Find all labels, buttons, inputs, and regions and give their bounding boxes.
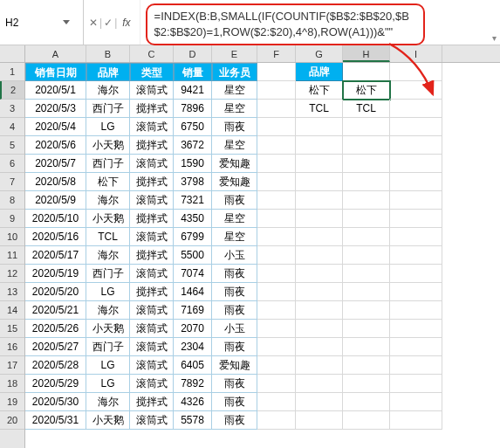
cell-F1[interactable] — [257, 63, 296, 81]
cell-G3[interactable]: TCL — [296, 100, 343, 118]
cell-D11[interactable]: 5500 — [174, 246, 212, 265]
cell-E16[interactable]: 雨夜 — [212, 338, 257, 356]
cell-E15[interactable]: 小玉 — [212, 320, 257, 338]
cell-A1[interactable]: 销售日期 — [25, 63, 86, 81]
cell-F17[interactable] — [257, 356, 296, 375]
cell-D15[interactable]: 2070 — [174, 320, 212, 338]
cell-E9[interactable]: 星空 — [212, 210, 257, 228]
cell-B9[interactable]: 小天鹅 — [86, 210, 130, 228]
cell-H9[interactable] — [343, 210, 390, 228]
cell-I14[interactable] — [390, 301, 442, 320]
row-header-17[interactable]: 17 — [0, 356, 24, 375]
cell-A7[interactable]: 2020/5/8 — [25, 173, 86, 191]
cell-F5[interactable] — [257, 136, 296, 155]
cell-F14[interactable] — [257, 301, 296, 320]
row-header-13[interactable]: 13 — [0, 283, 24, 301]
row-header-12[interactable]: 12 — [0, 265, 24, 283]
formula-input[interactable]: =INDEX(B:B,SMALL(IF(COUNTIF($B$2:$B$20,$… — [146, 3, 425, 45]
cell-G8[interactable] — [296, 191, 343, 210]
cell-E14[interactable]: 雨夜 — [212, 301, 257, 320]
cell-H11[interactable] — [343, 246, 390, 265]
cell-G2[interactable]: 松下 — [296, 81, 343, 100]
cell-C5[interactable]: 搅拌式 — [130, 136, 174, 155]
cell-I10[interactable] — [390, 228, 442, 246]
row-header-7[interactable]: 7 — [0, 173, 24, 191]
cell-A4[interactable]: 2020/5/4 — [25, 118, 86, 136]
cell-H5[interactable] — [343, 136, 390, 155]
cell-I16[interactable] — [390, 338, 442, 356]
row-header-14[interactable]: 14 — [0, 301, 24, 320]
chevron-down-icon[interactable] — [63, 20, 70, 24]
cell-B16[interactable]: 西门子 — [86, 338, 130, 356]
cell-I13[interactable] — [390, 283, 442, 301]
cell-H4[interactable] — [343, 118, 390, 136]
cell-I6[interactable] — [390, 155, 442, 173]
select-all-corner[interactable] — [0, 45, 24, 63]
cell-E17[interactable]: 爱知趣 — [212, 356, 257, 375]
row-header-2[interactable]: 2 — [0, 81, 24, 100]
cell-H2[interactable]: 松下 — [343, 81, 390, 100]
cell-I1[interactable] — [390, 63, 442, 81]
cell-I7[interactable] — [390, 173, 442, 191]
cell-I15[interactable] — [390, 320, 442, 338]
cell-B10[interactable]: TCL — [86, 228, 130, 246]
cell-E5[interactable]: 星空 — [212, 136, 257, 155]
cell-G5[interactable] — [296, 136, 343, 155]
cell-G15[interactable] — [296, 320, 343, 338]
cell-I3[interactable] — [390, 100, 442, 118]
cell-F12[interactable] — [257, 265, 296, 283]
cell-D7[interactable]: 3798 — [174, 173, 212, 191]
cell-E13[interactable]: 雨夜 — [212, 283, 257, 301]
cell-E11[interactable]: 小玉 — [212, 246, 257, 265]
cell-E4[interactable]: 雨夜 — [212, 118, 257, 136]
cell-D1[interactable]: 销量 — [174, 63, 212, 81]
row-header-15[interactable]: 15 — [0, 320, 24, 338]
cell-C12[interactable]: 滚筒式 — [130, 265, 174, 283]
cell-B5[interactable]: 小天鹅 — [86, 136, 130, 155]
cell-F16[interactable] — [257, 338, 296, 356]
row-header-18[interactable]: 18 — [0, 375, 24, 393]
cell-C16[interactable]: 滚筒式 — [130, 338, 174, 356]
cell-C11[interactable]: 搅拌式 — [130, 246, 174, 265]
row-header-3[interactable]: 3 — [0, 100, 24, 118]
cell-C17[interactable]: 滚筒式 — [130, 356, 174, 375]
cell-B17[interactable]: LG — [86, 356, 130, 375]
cell-B1[interactable]: 品牌 — [86, 63, 130, 81]
cell-D5[interactable]: 3672 — [174, 136, 212, 155]
cell-B8[interactable]: 海尔 — [86, 191, 130, 210]
col-header-C[interactable]: C — [130, 45, 174, 62]
row-header-20[interactable]: 20 — [0, 411, 24, 430]
cell-G4[interactable] — [296, 118, 343, 136]
cell-C7[interactable]: 搅拌式 — [130, 173, 174, 191]
cell-C2[interactable]: 滚筒式 — [130, 81, 174, 100]
row-header-11[interactable]: 11 — [0, 246, 24, 265]
cell-B12[interactable]: 西门子 — [86, 265, 130, 283]
cell-F20[interactable] — [257, 411, 296, 430]
cell-B3[interactable]: 西门子 — [86, 100, 130, 118]
cell-H20[interactable] — [343, 411, 390, 430]
cell-F7[interactable] — [257, 173, 296, 191]
cell-D20[interactable]: 5578 — [174, 411, 212, 430]
cell-F4[interactable] — [257, 118, 296, 136]
cell-F10[interactable] — [257, 228, 296, 246]
cell-E18[interactable]: 雨夜 — [212, 375, 257, 393]
cell-H19[interactable] — [343, 393, 390, 411]
cell-D4[interactable]: 6750 — [174, 118, 212, 136]
cell-A13[interactable]: 2020/5/20 — [25, 283, 86, 301]
cell-B2[interactable]: 海尔 — [86, 81, 130, 100]
cell-I12[interactable] — [390, 265, 442, 283]
cell-D19[interactable]: 4326 — [174, 393, 212, 411]
cell-F6[interactable] — [257, 155, 296, 173]
cell-D17[interactable]: 6405 — [174, 356, 212, 375]
cell-B7[interactable]: 松下 — [86, 173, 130, 191]
col-header-G[interactable]: G — [296, 45, 343, 62]
cell-C18[interactable]: 滚筒式 — [130, 375, 174, 393]
cell-D12[interactable]: 7074 — [174, 265, 212, 283]
cell-E2[interactable]: 星空 — [212, 81, 257, 100]
cell-H16[interactable] — [343, 338, 390, 356]
cell-G20[interactable] — [296, 411, 343, 430]
name-box-wrap[interactable] — [0, 0, 84, 45]
cell-A14[interactable]: 2020/5/21 — [25, 301, 86, 320]
cell-G18[interactable] — [296, 375, 343, 393]
name-box[interactable] — [5, 17, 59, 29]
